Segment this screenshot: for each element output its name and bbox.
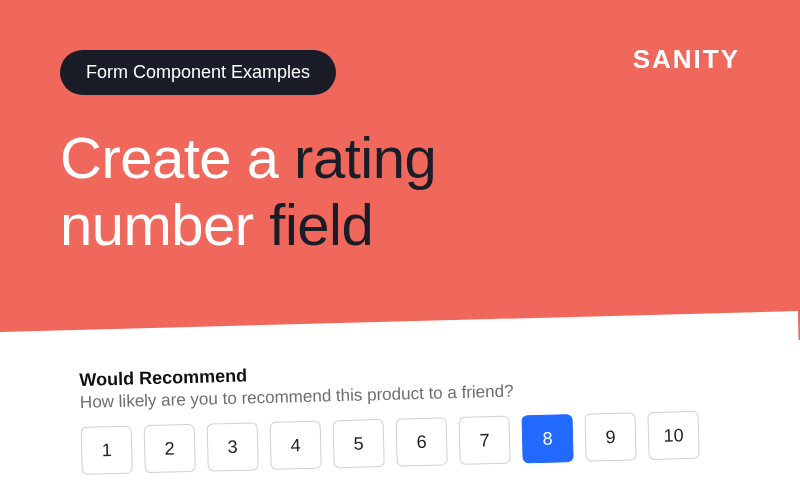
rating-button-5[interactable]: 5 [333,419,385,468]
pill-label: Form Component Examples [86,62,310,82]
brand-logo: SANITY [633,44,740,75]
logo-text: SANITY [633,44,740,74]
rating-button-9[interactable]: 9 [584,412,636,461]
rating-button-8[interactable]: 8 [521,414,573,463]
rating-button-3[interactable]: 3 [207,422,259,471]
rating-button-7[interactable]: 7 [458,416,510,465]
rating-button-1[interactable]: 1 [81,426,133,475]
rating-button-10[interactable]: 10 [647,411,699,460]
rating-button-2[interactable]: 2 [144,424,196,473]
rating-button-group: 12345678910 [81,410,742,475]
rating-button-6[interactable]: 6 [396,417,448,466]
title-segment: rating [294,125,436,190]
hero-banner: SANITY Form Component Examples Create a … [0,0,800,340]
title-segment: field [269,192,373,257]
category-pill: Form Component Examples [60,50,336,95]
rating-button-4[interactable]: 4 [270,421,322,470]
form-preview: Would Recommend How likely are you to re… [0,311,800,477]
page-title: Create a rating number field [60,125,740,258]
title-segment: number [60,192,269,257]
title-segment: Create a [60,125,294,190]
